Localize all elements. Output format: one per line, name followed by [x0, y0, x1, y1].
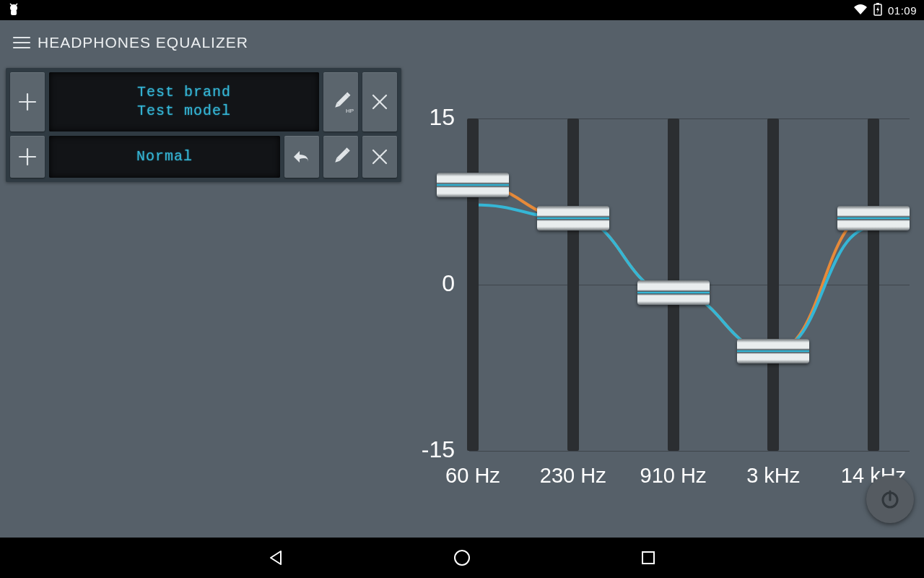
grid-line — [469, 118, 910, 119]
battery-charging-icon — [873, 3, 882, 18]
y-tick-label: 15 — [397, 104, 455, 131]
preset-name: Normal — [136, 147, 193, 166]
preset-row: Normal — [10, 136, 397, 178]
home-icon — [453, 548, 471, 567]
nav-home-button[interactable] — [452, 548, 472, 568]
svg-text:HP: HP — [346, 108, 354, 114]
svg-line-3 — [15, 4, 17, 6]
y-tick-label: -15 — [397, 436, 455, 463]
nav-recent-button[interactable] — [638, 548, 658, 568]
page-title: HEADPHONES EQUALIZER — [38, 34, 248, 51]
band-label-0: 60 Hz — [422, 464, 523, 488]
add-preset-button[interactable] — [10, 136, 45, 178]
slider-thumb-2[interactable] — [637, 280, 710, 305]
slider-track-3[interactable] — [767, 118, 779, 451]
add-icon — [17, 91, 38, 113]
svg-rect-5 — [876, 3, 879, 4]
close-icon — [370, 92, 390, 112]
slider-track-4[interactable] — [868, 118, 879, 451]
undo-icon — [291, 147, 313, 166]
back-icon — [266, 548, 285, 567]
pencil-hp-icon: HP — [328, 89, 354, 115]
remove-headphone-button[interactable] — [362, 72, 397, 131]
menu-button[interactable] — [6, 27, 38, 59]
nav-back-button[interactable] — [266, 548, 286, 568]
svg-rect-1 — [11, 10, 17, 15]
app-bar: HEADPHONES EQUALIZER — [0, 20, 924, 65]
recent-icon — [640, 549, 657, 566]
close-icon — [370, 147, 390, 167]
band-label-3: 3 kHz — [723, 464, 824, 488]
remove-preset-button[interactable] — [362, 136, 397, 178]
svg-rect-27 — [642, 552, 654, 564]
svg-rect-19 — [336, 149, 348, 160]
add-headphone-button[interactable] — [10, 72, 45, 131]
headphone-model: Test model — [137, 102, 231, 121]
edit-headphone-button[interactable]: HP — [323, 72, 358, 131]
slider-thumb-0[interactable] — [437, 173, 509, 197]
band-label-1: 230 Hz — [523, 464, 624, 488]
hamburger-icon — [12, 35, 31, 50]
headphone-display[interactable]: Test brand Test model — [49, 72, 319, 131]
slider-thumb-4[interactable] — [837, 206, 910, 230]
y-tick-label: 0 — [397, 270, 455, 297]
wifi-icon — [853, 4, 868, 17]
nav-bar — [0, 538, 924, 578]
preset-display[interactable]: Normal — [49, 136, 280, 178]
slider-track-1[interactable] — [567, 118, 579, 451]
slider-track-0[interactable] — [467, 118, 479, 451]
preset-panel: Test brand Test model HP — [6, 68, 401, 182]
edit-preset-button[interactable] — [323, 136, 358, 178]
status-time: 01:09 — [888, 4, 917, 17]
slider-thumb-3[interactable] — [737, 339, 809, 363]
band-label-2: 910 Hz — [623, 464, 724, 488]
power-toggle-button[interactable] — [866, 475, 914, 523]
power-icon — [879, 488, 902, 511]
headphone-brand: Test brand — [137, 83, 231, 102]
svg-rect-11 — [336, 94, 349, 106]
status-bar: 01:09 — [0, 0, 924, 20]
android-debug-icon — [7, 2, 20, 19]
svg-line-2 — [10, 4, 12, 6]
grid-line — [469, 451, 910, 452]
slider-thumb-1[interactable] — [537, 206, 609, 230]
svg-point-26 — [455, 551, 469, 565]
headphone-row: Test brand Test model HP — [10, 72, 397, 131]
app-surface: HEADPHONES EQUALIZER Test brand Test mod… — [0, 20, 924, 538]
undo-preset-button[interactable] — [284, 136, 319, 178]
add-icon — [17, 146, 38, 168]
pencil-icon — [329, 145, 352, 168]
equalizer-area: 150-1560 Hz230 Hz910 Hz3 kHz14 kHz — [404, 68, 910, 538]
